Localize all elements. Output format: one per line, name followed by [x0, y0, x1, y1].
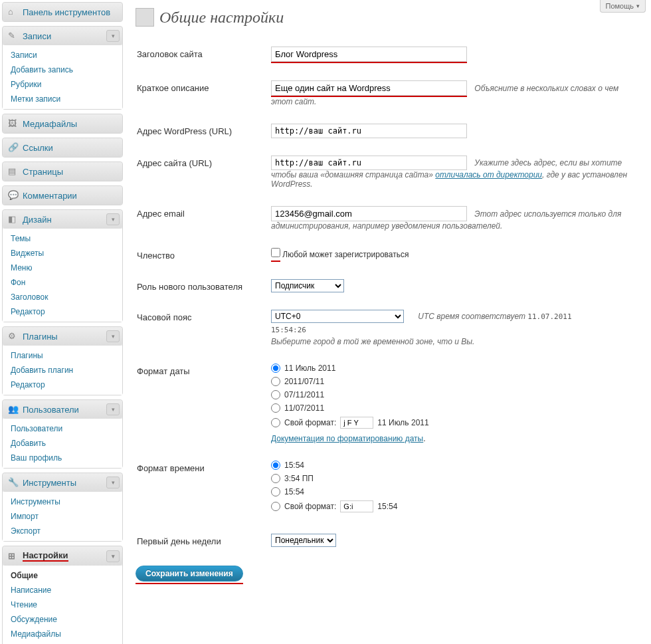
menu-appearance-label: Дизайн — [23, 215, 52, 225]
time-format-radio-3[interactable] — [271, 487, 280, 496]
menu-plugins[interactable]: ⚙ Плагины ▾ — [3, 327, 122, 346]
menu-dashboard[interactable]: ⌂ Панель инструментов — [3, 3, 122, 21]
menu-settings[interactable]: ⊞ Настройки ▾ — [3, 546, 122, 566]
page-icon: ▤ — [8, 166, 19, 177]
email-input[interactable] — [271, 206, 467, 221]
submenu-tools-export[interactable]: Экспорт — [3, 524, 122, 538]
chevron-down-icon[interactable]: ▾ — [106, 403, 120, 415]
submenu-header[interactable]: Заголовок — [3, 290, 122, 304]
date-format-custom-label: Свой формат: — [284, 418, 336, 427]
submenu-settings-discussion[interactable]: Обсуждение — [3, 612, 122, 627]
site-title-input[interactable] — [271, 47, 467, 62]
menu-comments-label: Комментарии — [23, 191, 77, 201]
submenu-users-add[interactable]: Добавить — [3, 436, 122, 451]
menu-comments[interactable]: 💬 Комментарии — [3, 186, 122, 205]
submenu-posts-categories[interactable]: Рубрики — [3, 77, 122, 92]
submenu-posts-tags[interactable]: Метки записи — [3, 92, 122, 106]
save-button[interactable]: Сохранить изменения — [136, 566, 243, 582]
submenu-tools-import[interactable]: Импорт — [3, 509, 122, 524]
submenu-settings-general[interactable]: Общие — [3, 568, 122, 583]
tagline-input[interactable] — [271, 80, 467, 96]
submenu-users-profile[interactable]: Ваш профиль — [3, 451, 122, 465]
time-format-radio-2[interactable] — [271, 474, 280, 483]
menu-pages[interactable]: ▤ Страницы — [3, 162, 122, 181]
submenu-plugins-editor[interactable]: Редактор — [3, 377, 122, 392]
timezone-utc-date: 11.07.2011 — [527, 312, 571, 321]
submenu-widgets[interactable]: Виджеты — [3, 246, 122, 261]
help-tab[interactable]: Помощь ▾ — [600, 0, 646, 13]
wp-url-input[interactable] — [271, 124, 467, 138]
week-start-select[interactable]: Понедельник — [271, 534, 336, 547]
membership-checkbox[interactable] — [271, 248, 280, 257]
appearance-icon: ◧ — [8, 214, 19, 225]
submenu-settings-privacy[interactable]: Приватность — [3, 641, 122, 644]
date-format-radio-2[interactable] — [271, 377, 280, 386]
submenu-plugins-add[interactable]: Добавить плагин — [3, 363, 122, 377]
label-membership: Членство — [137, 243, 270, 272]
time-format-custom-label: Свой формат: — [284, 502, 336, 511]
submenu-settings-media[interactable]: Медиафайлы — [3, 627, 122, 641]
label-week-start: Первый день недели — [137, 528, 270, 558]
time-format-radio-1[interactable] — [271, 461, 280, 470]
date-format-radio-1[interactable] — [271, 364, 280, 373]
menu-plugins-label: Плагины — [23, 332, 58, 342]
submenu-posts-all[interactable]: Записи — [3, 48, 122, 62]
submenu-plugins-installed[interactable]: Плагины — [3, 348, 122, 363]
media-icon: 🖼 — [8, 118, 19, 129]
label-date-format: Формат даты — [137, 358, 270, 454]
timezone-utc-time: 15:54:26 — [271, 326, 639, 334]
date-format-radio-4[interactable] — [271, 403, 280, 413]
users-icon: 👥 — [8, 404, 19, 415]
label-wp-url: Адрес WordPress (URL) — [137, 118, 270, 149]
label-timezone: Часовой пояс — [137, 304, 270, 357]
submenu-settings-reading[interactable]: Чтение — [3, 597, 122, 612]
chevron-down-icon[interactable]: ▾ — [106, 330, 120, 342]
chevron-down-icon[interactable]: ▾ — [106, 213, 120, 225]
label-time-format: Формат времени — [137, 455, 270, 527]
submenu-users-all[interactable]: Пользователи — [3, 421, 122, 436]
menu-media[interactable]: 🖼 Медиафайлы — [3, 114, 122, 133]
submenu-editor[interactable]: Редактор — [3, 304, 122, 319]
menu-media-label: Медиафайлы — [23, 119, 77, 129]
submenu-themes[interactable]: Темы — [3, 231, 122, 246]
label-default-role: Роль нового пользователя — [137, 274, 270, 303]
date-format-radio-custom[interactable] — [271, 418, 280, 427]
settings-title-icon — [136, 8, 154, 27]
menu-links-label: Ссылки — [23, 143, 53, 153]
menu-posts[interactable]: ✎ Записи ▾ — [3, 27, 122, 45]
date-format-doc-link[interactable]: Документация по форматированию даты — [271, 434, 423, 443]
pin-icon: ✎ — [8, 31, 19, 41]
chevron-down-icon[interactable]: ▾ — [106, 30, 120, 42]
menu-pages-label: Страницы — [23, 167, 63, 177]
membership-checkbox-label: Любой может зарегистрироваться — [282, 250, 409, 259]
date-format-radio-3[interactable] — [271, 390, 280, 399]
submenu-tools-available[interactable]: Инструменты — [3, 494, 122, 509]
date-format-custom-input[interactable] — [340, 417, 373, 429]
menu-posts-label: Записи — [23, 31, 51, 41]
label-site-url: Адрес сайта (URL) — [137, 150, 270, 199]
submenu-posts-add[interactable]: Добавить запись — [3, 62, 122, 77]
chevron-down-icon[interactable]: ▾ — [106, 550, 120, 562]
default-role-select[interactable]: Подписчик — [271, 279, 344, 292]
time-format-custom-input[interactable] — [340, 500, 373, 512]
help-label: Помощь — [606, 2, 634, 10]
submenu-menus[interactable]: Меню — [3, 261, 122, 275]
menu-links[interactable]: 🔗 Ссылки — [3, 138, 122, 157]
site-url-input[interactable] — [271, 156, 467, 170]
tools-icon: 🔧 — [8, 477, 19, 488]
submenu-settings-writing[interactable]: Написание — [3, 583, 122, 597]
admin-sidebar: ⌂ Панель инструментов ✎ Записи ▾ Записи … — [0, 0, 125, 644]
submenu-background[interactable]: Фон — [3, 275, 122, 290]
chevron-down-icon[interactable]: ▾ — [106, 477, 120, 488]
timezone-select[interactable]: UTC+0 — [271, 310, 404, 323]
label-site-title: Заголовок сайта — [137, 41, 270, 74]
settings-icon: ⊞ — [8, 551, 19, 562]
menu-users[interactable]: 👥 Пользователи ▾ — [3, 400, 122, 419]
time-format-radio-custom[interactable] — [271, 502, 280, 511]
menu-tools[interactable]: 🔧 Инструменты ▾ — [3, 473, 122, 492]
timezone-desc: Выберите город в той же временной зоне, … — [271, 337, 639, 346]
chevron-down-icon: ▾ — [636, 3, 640, 9]
menu-appearance[interactable]: ◧ Дизайн ▾ — [3, 210, 122, 229]
site-url-doc-link[interactable]: отличалась от директории — [435, 170, 542, 179]
page-title-text: Общие настройки — [159, 9, 284, 27]
